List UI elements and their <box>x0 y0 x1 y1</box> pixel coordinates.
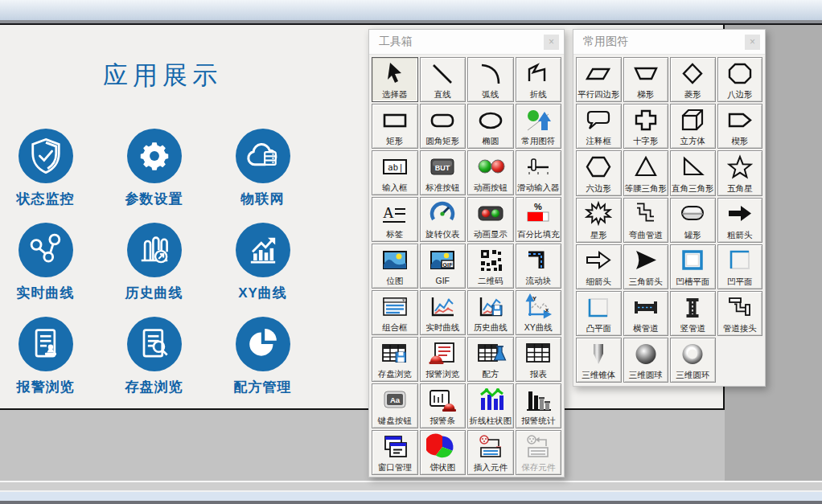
app-alarm-browse[interactable]: 报警浏览 <box>0 317 100 411</box>
app-param-settings[interactable]: 参数设置 <box>100 129 208 223</box>
app-label: 存盘浏览 <box>125 378 183 396</box>
app-xy-curve[interactable]: XY曲线 <box>208 223 317 317</box>
save-comp-icon <box>516 431 561 462</box>
tool-keyboard-button[interactable]: Aa键盘按钮 <box>372 383 418 428</box>
cell-label: 报表 <box>530 369 547 379</box>
symbol-thick-arrow[interactable]: 粗箭头 <box>717 198 763 243</box>
insert-comp-icon <box>468 431 513 462</box>
cell-label: 折线 <box>530 89 547 99</box>
scroll-strip[interactable] <box>0 482 822 490</box>
symbol-wedge[interactable]: 楔形 <box>717 104 763 149</box>
slider-icon <box>516 151 561 182</box>
tool-xy-curve[interactable]: YxXY曲线 <box>516 290 562 335</box>
ring3d-icon <box>671 338 715 370</box>
cell-label: 标签 <box>386 229 403 239</box>
cell-label: 常用图符 <box>521 136 555 145</box>
symbol-diamond[interactable]: 菱形 <box>670 57 716 102</box>
tool-combo-box[interactable]: 组合框 <box>372 290 418 335</box>
cell-label: 凹平面 <box>727 277 753 286</box>
symbol-grooved-plane[interactable]: 凹槽平面 <box>670 244 716 289</box>
tool-standard-button[interactable]: BUT标准按钮 <box>420 150 466 195</box>
cell-label: 楔形 <box>731 136 748 145</box>
tool-alarm-bar[interactable]: 报警条 <box>420 383 466 428</box>
tool-history-curve[interactable]: 历史曲线 <box>467 290 514 335</box>
app-status-monitor[interactable]: 状态监控 <box>0 129 100 223</box>
symbol-tri-arrow[interactable]: 三角箭头 <box>623 244 669 289</box>
symbol-concave-plane[interactable]: 凹平面 <box>717 244 763 289</box>
tool-arc[interactable]: 弧线 <box>467 57 514 102</box>
cursor-icon <box>372 58 417 89</box>
tool-roundrect[interactable]: 圆角矩形 <box>420 104 466 149</box>
toolbox-titlebar[interactable]: 工具箱 × <box>369 30 564 55</box>
tool-line[interactable]: 直线 <box>420 57 466 102</box>
tool-qrcode[interactable]: 二维码 <box>467 244 514 289</box>
symbol-3d-sphere[interactable]: 三维圆球 <box>623 338 669 383</box>
tool-recipe[interactable]: 配方 <box>467 337 514 382</box>
tool-realtime-curve[interactable]: 实时曲线 <box>420 290 466 335</box>
tool-alarm-browse[interactable]: 报警浏览 <box>420 337 466 382</box>
tool-ellipse[interactable]: 椭圆 <box>467 104 514 149</box>
close-icon[interactable]: × <box>544 35 559 50</box>
symbol-convex-plane[interactable]: 凸平面 <box>576 291 622 336</box>
symbol-parallelogram[interactable]: 平行四边形 <box>576 57 622 102</box>
symbol-octagon[interactable]: 八边形 <box>717 57 763 102</box>
symbol-cross[interactable]: 十字形 <box>623 104 669 149</box>
symbol-thin-arrow[interactable]: 细箭头 <box>576 244 622 289</box>
symbols-titlebar[interactable]: 常用图符 × <box>573 30 765 55</box>
sphere3d-icon <box>624 338 668 370</box>
app-recipe-manage[interactable]: 配方管理 <box>208 317 317 411</box>
tool-input-box[interactable]: ab|输入框 <box>372 150 418 195</box>
doc-stamp-icon <box>18 317 73 371</box>
concave-plane-icon <box>718 245 762 277</box>
symbol-burst[interactable]: 星形 <box>576 198 622 243</box>
symbol-3d-ring[interactable]: 三维圆环 <box>670 338 716 383</box>
symbols-title: 常用图符 <box>583 35 745 49</box>
gauge-icon <box>421 198 466 229</box>
symbol-trapezoid[interactable]: 梯形 <box>623 57 669 102</box>
app-iot[interactable]: 物联网 <box>208 129 317 223</box>
tool-label[interactable]: A标签 <box>372 197 418 242</box>
symbol-3d-cone[interactable]: 三维锥体 <box>576 338 622 383</box>
tool-percent-fill[interactable]: %百分比填充 <box>516 197 562 242</box>
tool-report[interactable]: 报表 <box>516 337 562 382</box>
app-history-curve[interactable]: 历史曲线 <box>100 223 208 317</box>
tool-polyline[interactable]: 折线 <box>516 57 562 102</box>
tool-rect[interactable]: 矩形 <box>372 104 418 149</box>
app-realtime-curve[interactable]: 实时曲线 <box>0 223 100 317</box>
symbol-star5[interactable]: 五角星 <box>717 150 763 195</box>
tool-gif[interactable]: GIFGIF <box>420 244 466 289</box>
cell-label: 罐形 <box>684 230 701 240</box>
symbol-right-triangle[interactable]: 直角三角形 <box>670 150 716 195</box>
tool-bitmap[interactable]: 位图 <box>372 244 418 289</box>
symbol-vpipe[interactable]: 竖管道 <box>670 291 716 336</box>
symbol-tank[interactable]: 罐形 <box>670 198 716 243</box>
close-icon[interactable]: × <box>745 35 760 50</box>
tool-symbol-library[interactable]: 常用图符 <box>516 104 562 149</box>
tool-save-component[interactable]: 保存元件 <box>516 430 562 475</box>
cell-label: 星形 <box>590 230 607 240</box>
symbol-cube[interactable]: 立方体 <box>670 104 716 149</box>
tool-window-manage[interactable]: 窗口管理 <box>372 430 418 475</box>
tool-anim-button[interactable]: 动画按钮 <box>467 150 514 195</box>
hpipe-icon <box>624 292 668 323</box>
tool-rotary-gauge[interactable]: 旋转仪表 <box>420 197 466 242</box>
app-storage-browse[interactable]: 存盘浏览 <box>100 317 208 411</box>
tool-insert-component[interactable]: 插入元件 <box>467 430 514 475</box>
symbol-pipe-joint[interactable]: 管道接头 <box>717 291 763 336</box>
symbol-hpipe[interactable]: 横管道 <box>623 291 669 336</box>
tool-anim-display[interactable]: 动画显示 <box>467 197 514 242</box>
cell-label: 插入元件 <box>474 462 508 472</box>
tool-selector[interactable]: 选择器 <box>372 57 418 102</box>
realtime-curve-icon <box>421 291 466 322</box>
tool-alarm-stats[interactable]: 报警统计 <box>516 383 562 428</box>
tool-storage-browse[interactable]: 存盘浏览 <box>372 337 418 382</box>
tool-pie-chart[interactable]: 饼状图 <box>420 430 466 475</box>
symbol-comment-box[interactable]: 注释框 <box>576 104 622 149</box>
symbol-hexagon[interactable]: 六边形 <box>576 150 622 195</box>
tool-slider-input[interactable]: 滑动输入器 <box>516 150 562 195</box>
tool-flow-block[interactable]: 流动块 <box>516 244 562 289</box>
symbol-iso-triangle[interactable]: 等腰三角形 <box>623 150 669 195</box>
symbol-curved-pipe[interactable]: 弯曲管道 <box>623 198 669 243</box>
svg-text:Aa: Aa <box>390 395 401 404</box>
tool-line-bar-chart[interactable]: 折线柱状图 <box>467 383 514 428</box>
